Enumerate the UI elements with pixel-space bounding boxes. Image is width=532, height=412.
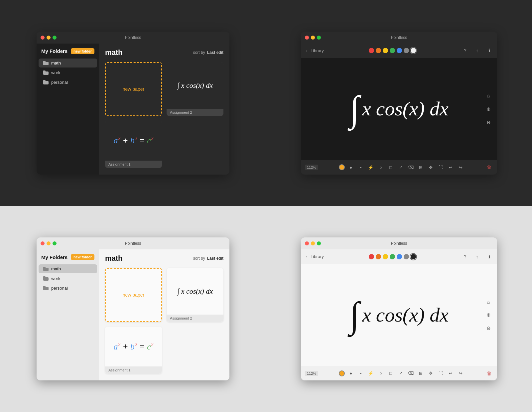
color-blue-4[interactable]: [397, 254, 402, 259]
move-tool-2[interactable]: ✥: [427, 163, 435, 171]
pen-dot-small-4[interactable]: ●: [357, 369, 365, 377]
toolbar-right-2: ? ↑ ℹ: [461, 47, 493, 55]
close-button[interactable]: [41, 36, 45, 40]
home-icon-2[interactable]: ⌂: [484, 91, 493, 100]
editor-canvas-2[interactable]: ∫ x cos(x) dx ⌂ ⊕ ⊖: [301, 58, 497, 160]
pen-dot-large-4[interactable]: ●: [347, 369, 355, 377]
color-orange-2[interactable]: [376, 48, 381, 53]
arrow-tool-4[interactable]: ↗: [397, 369, 405, 377]
fullscreen-tool-4[interactable]: ⛶: [437, 369, 445, 377]
redo-tool-4[interactable]: ↪: [457, 369, 465, 377]
eraser-tool-2[interactable]: ⌫: [407, 163, 415, 171]
undo-tool-4[interactable]: ↩: [447, 369, 455, 377]
close-button-2[interactable]: [305, 36, 309, 40]
sort-bar-1: sort by Last edit: [193, 50, 223, 55]
sidebar-item-work-3[interactable]: work: [39, 274, 97, 283]
back-button-4[interactable]: ← Library: [305, 254, 324, 259]
maximize-button[interactable]: [53, 36, 57, 40]
sidebar-item-personal-3[interactable]: personal: [39, 284, 97, 293]
lightning-tool-2[interactable]: ⚡: [367, 163, 375, 171]
new-paper-card-3[interactable]: new paper: [105, 268, 162, 322]
zoom-out-icon-4[interactable]: ⊖: [484, 324, 493, 333]
pen-dot-large-2[interactable]: ●: [347, 163, 355, 171]
color-white-2[interactable]: [411, 48, 416, 53]
color-black-4[interactable]: [411, 254, 416, 259]
minimize-button[interactable]: [47, 36, 51, 40]
color-yellow-2[interactable]: [383, 48, 388, 53]
assignment1-card-1[interactable]: a2 + b2 = c2 Assignment 1: [105, 121, 162, 168]
back-button-2[interactable]: ← Library: [305, 48, 324, 53]
square-tool-2[interactable]: □: [387, 163, 395, 171]
info-button-4[interactable]: ℹ: [485, 253, 493, 261]
color-gray-2[interactable]: [404, 48, 409, 53]
undo-tool-2[interactable]: ↩: [447, 163, 455, 171]
sort-value-1[interactable]: Last edit: [207, 50, 223, 55]
color-orange-4[interactable]: [376, 254, 381, 259]
color-red-4[interactable]: [369, 254, 374, 259]
editor-canvas-4[interactable]: ∫ x cos(x) dx ⌂ ⊕ ⊖: [301, 264, 497, 366]
sidebar-1: My Folders new folder math work personal: [37, 44, 99, 175]
arrow-tool-2[interactable]: ↗: [397, 163, 405, 171]
assignment2-card-3[interactable]: ∫ x cos(x) dx Assignment 2: [167, 268, 223, 322]
maximize-button-3[interactable]: [53, 241, 57, 245]
color-green-4[interactable]: [390, 254, 395, 259]
upload-button-4[interactable]: ↑: [473, 253, 481, 261]
sidebar-item-label-math-3: math: [51, 266, 61, 271]
sidebar-item-math-1[interactable]: math: [39, 59, 97, 68]
color-gray-4[interactable]: [404, 254, 409, 259]
upload-button-2[interactable]: ↑: [473, 47, 481, 55]
pen-dot-small-2[interactable]: ●: [357, 163, 365, 171]
close-button-4[interactable]: [305, 241, 309, 245]
color-yellow-4[interactable]: [383, 254, 388, 259]
grid-tool-2[interactable]: ⊞: [417, 163, 425, 171]
eraser-tool-4[interactable]: ⌫: [407, 369, 415, 377]
assignment2-label-1: Assignment 2: [167, 109, 223, 116]
sidebar-header-3: My Folders new folder: [37, 254, 99, 264]
help-button-4[interactable]: ?: [461, 253, 469, 261]
new-paper-text-3: new paper: [123, 292, 144, 298]
color-red-2[interactable]: [369, 48, 374, 53]
minimize-button-3[interactable]: [47, 241, 51, 245]
lightning-tool-4[interactable]: ⚡: [367, 369, 375, 377]
sort-value-3[interactable]: Last edit: [207, 256, 223, 261]
fullscreen-tool-2[interactable]: ⛶: [437, 163, 445, 171]
maximize-button-4[interactable]: [317, 241, 321, 245]
color-green-2[interactable]: [390, 48, 395, 53]
trash-button-2[interactable]: 🗑: [485, 163, 493, 171]
color-blue-2[interactable]: [397, 48, 402, 53]
zoom-in-icon-2[interactable]: ⊕: [484, 104, 493, 114]
sidebar-item-personal-1[interactable]: personal: [39, 78, 97, 87]
sidebar-title-1: My Folders: [41, 48, 67, 54]
redo-tool-2[interactable]: ↪: [457, 163, 465, 171]
zoom-in-icon-4[interactable]: ⊕: [484, 310, 493, 320]
new-paper-thumbnail-1: new paper: [105, 62, 162, 116]
sidebar-item-work-1[interactable]: work: [39, 68, 97, 77]
back-arrow-icon-4: ←: [305, 254, 309, 259]
toolbar-left-4: ← Library: [305, 254, 324, 259]
assignment2-card-1[interactable]: ∫ x cos(x) dx Assignment 2: [167, 62, 223, 116]
help-button-2[interactable]: ?: [461, 47, 469, 55]
new-folder-button-3[interactable]: new folder: [71, 254, 94, 260]
folder-app-3: My Folders new folder math work personal: [37, 249, 229, 380]
minimize-button-2[interactable]: [311, 36, 315, 40]
home-icon-4[interactable]: ⌂: [484, 297, 493, 306]
new-paper-card-1[interactable]: new paper: [105, 62, 162, 116]
active-color-4[interactable]: [339, 370, 345, 376]
move-tool-4[interactable]: ✥: [427, 369, 435, 377]
assignment1-card-3[interactable]: a2 + b2 = c2 Assignment 1: [105, 327, 162, 374]
zoom-out-icon-2[interactable]: ⊖: [484, 118, 493, 127]
new-folder-button-1[interactable]: new folder: [71, 48, 94, 54]
info-button-2[interactable]: ℹ: [485, 47, 493, 55]
maximize-button-2[interactable]: [317, 36, 321, 40]
active-color-2[interactable]: [339, 164, 345, 170]
circle-tool-2[interactable]: ○: [377, 163, 385, 171]
circle-tool-4[interactable]: ○: [377, 369, 385, 377]
trash-button-4[interactable]: 🗑: [485, 369, 493, 377]
close-button-3[interactable]: [41, 241, 45, 245]
quadrant-4: Pointless ← Library: [266, 206, 532, 412]
grid-tool-4[interactable]: ⊞: [417, 369, 425, 377]
square-tool-4[interactable]: □: [387, 369, 395, 377]
minimize-button-4[interactable]: [311, 241, 315, 245]
toolbar-left-2: ← Library: [305, 48, 324, 53]
sidebar-item-math-3[interactable]: math: [39, 264, 97, 273]
